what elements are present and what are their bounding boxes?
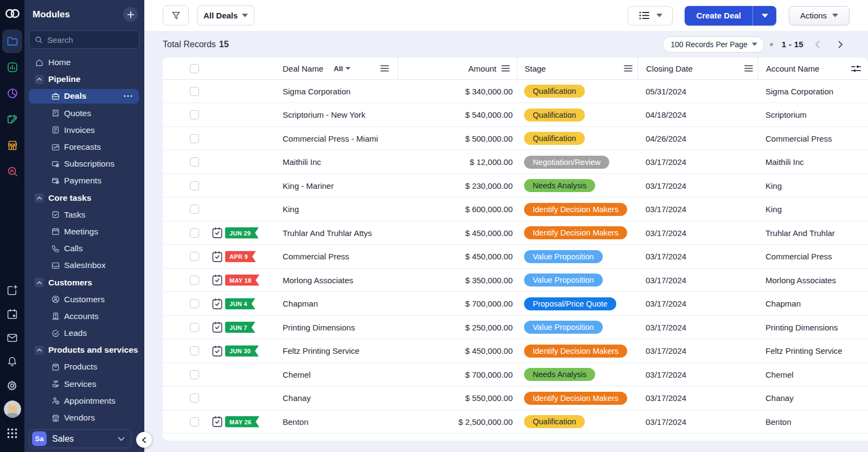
row-checkbox[interactable] (190, 370, 199, 379)
records-per-page-select[interactable]: 100 Records Per Page (662, 36, 764, 53)
table-row[interactable]: King - Mariner$ 230,000.00Needs Analysis… (163, 174, 868, 198)
task-icon[interactable] (212, 227, 223, 239)
next-page-button[interactable] (833, 37, 847, 52)
add-module-button[interactable] (123, 7, 138, 22)
create-deal-button[interactable]: Create Deal (685, 6, 752, 26)
sidebar-item-leads[interactable]: Leads (24, 325, 144, 342)
task-icon[interactable] (212, 250, 223, 263)
activity-date-flag[interactable]: MAY 26 (225, 416, 259, 428)
activity-date-flag[interactable]: APR 9 (225, 251, 256, 262)
rail-planner[interactable] (2, 107, 22, 131)
deal-name-link[interactable]: Sigma Corporation (206, 87, 350, 96)
user-avatar[interactable] (2, 399, 22, 419)
search-input[interactable] (47, 35, 133, 44)
sidebar-item-accounts[interactable]: Accounts (24, 308, 144, 324)
stage-badge[interactable]: Identify Decision Makers (524, 392, 627, 405)
stage-badge[interactable]: Proposal/Price Quote (524, 297, 616, 310)
row-checkbox[interactable] (190, 181, 199, 190)
sidebar-item-quotes[interactable]: Quotes (24, 105, 144, 122)
table-row[interactable]: JUN 4Chapman$ 700,000.00Proposal/Price Q… (163, 292, 868, 316)
sidebar-item-payments[interactable]: Payments (24, 173, 144, 189)
table-row[interactable]: MAY 18Morlong Associates$ 350,000.00Valu… (163, 269, 868, 292)
actions-button[interactable]: Actions (789, 6, 850, 26)
collapse-group-icon[interactable] (35, 75, 44, 84)
activity-date-flag[interactable]: JUN 29 (225, 227, 259, 239)
table-row[interactable]: Commercial Press - Miami$ 500,000.00Qual… (163, 127, 868, 151)
activity-date-flag[interactable]: MAY 18 (225, 275, 259, 286)
collapse-group-icon[interactable] (35, 278, 44, 287)
previous-page-button[interactable] (810, 37, 824, 52)
deal-name-link[interactable]: Maithili Inc (206, 157, 321, 167)
row-checkbox[interactable] (190, 276, 199, 285)
sidebar-item-salesinbox[interactable]: SalesInbox (24, 257, 144, 274)
sidebar-group-core-tasks[interactable]: Core tasks (24, 189, 144, 206)
table-row[interactable]: King$ 600,000.00Identify Decision Makers… (163, 198, 868, 221)
sidebar-item-subscriptions[interactable]: Subscriptions (24, 156, 144, 173)
row-checkbox[interactable] (190, 157, 199, 167)
rail-modules[interactable] (2, 29, 22, 53)
rail-calendar[interactable] (2, 303, 22, 324)
table-row[interactable]: MAY 26Benton$ 2,500,000.00Qualification0… (163, 410, 868, 434)
row-checkbox[interactable] (190, 228, 199, 238)
sidebar-item-meetings[interactable]: Meetings (24, 223, 144, 240)
table-row[interactable]: Maithili Inc$ 12,000.00Negotiation/Revie… (163, 150, 868, 174)
stage-badge[interactable]: Qualification (524, 85, 585, 98)
closing-date-menu-icon[interactable] (744, 65, 753, 72)
rail-apps[interactable] (2, 423, 22, 443)
row-checkbox[interactable] (190, 417, 199, 426)
filter-button[interactable] (163, 5, 189, 26)
sidebar-group-pipeline[interactable]: Pipeline (24, 71, 144, 88)
sidebar-item-tasks[interactable]: Tasks (24, 206, 144, 223)
deal-name-link[interactable]: Scriptorium - New York (206, 110, 366, 119)
rail-settings[interactable] (2, 375, 22, 396)
stage-badge[interactable]: Qualification (524, 415, 585, 428)
more-options-icon[interactable] (124, 95, 132, 97)
stage-badge[interactable]: Identify Decision Makers (524, 226, 627, 239)
sidebar-item-customers[interactable]: Customers (24, 291, 144, 308)
stage-badge[interactable]: Identify Decision Makers (524, 203, 627, 216)
sidebar-collapse-button[interactable] (136, 432, 152, 448)
table-row[interactable]: JUN 29Truhlar And Truhlar Attys$ 450,000… (163, 221, 868, 245)
table-row[interactable]: Scriptorium - New York$ 540,000.00Qualif… (163, 103, 868, 127)
team-selector[interactable]: Sa Sales (29, 429, 131, 448)
sidebar-group-customers[interactable]: Customers (24, 274, 144, 291)
sidebar-item-deals[interactable]: Deals (24, 88, 144, 105)
table-row[interactable]: JUN 30Feltz Printing Service$ 450,000.00… (163, 339, 868, 363)
deal-name-menu-icon[interactable] (380, 65, 389, 72)
stage-badge[interactable]: Value Proposition (524, 321, 603, 334)
sidebar-item-products[interactable]: Products (24, 359, 144, 375)
deal-name-filter[interactable]: All (334, 65, 350, 73)
task-icon[interactable] (212, 416, 223, 428)
view-selector[interactable]: All Deals (197, 5, 254, 26)
sidebar-item-appointments[interactable]: Appointments (24, 392, 144, 409)
table-row[interactable]: Chanay$ 550,000.00Identify Decision Make… (163, 386, 868, 410)
stage-badge[interactable]: Qualification (524, 132, 585, 145)
stage-badge[interactable]: Identify Decision Makers (524, 345, 627, 358)
sidebar-item-forecasts[interactable]: Forecasts (24, 138, 144, 155)
app-logo[interactable] (0, 0, 24, 27)
row-checkbox[interactable] (190, 110, 199, 119)
column-header-closing-date[interactable]: Closing Date (638, 64, 693, 73)
column-header-account-name[interactable]: Account Name (758, 64, 819, 73)
row-checkbox[interactable] (190, 134, 199, 143)
stage-badge[interactable]: Needs Analysis (524, 368, 595, 381)
stage-menu-icon[interactable] (624, 65, 633, 72)
deal-name-link[interactable]: Chanay (206, 393, 311, 403)
rail-explore[interactable] (2, 160, 22, 183)
create-deal-caret[interactable] (752, 6, 776, 26)
task-icon[interactable] (212, 321, 223, 334)
sidebar-item-calls[interactable]: Calls (24, 240, 144, 257)
task-icon[interactable] (212, 274, 223, 287)
activity-date-flag[interactable]: JUN 7 (225, 322, 256, 333)
column-header-deal-name[interactable]: Deal Name (206, 64, 323, 73)
column-header-amount[interactable]: Amount (468, 64, 496, 73)
row-checkbox[interactable] (190, 323, 199, 332)
select-all-checkbox[interactable] (190, 64, 199, 73)
deal-name-link[interactable]: King - Mariner (206, 181, 334, 190)
row-checkbox[interactable] (190, 393, 199, 403)
collapse-group-icon[interactable] (35, 193, 44, 202)
table-row[interactable]: JUN 7Printing Dimensions$ 250,000.00Valu… (163, 316, 868, 340)
list-view-toggle[interactable] (628, 6, 673, 26)
deal-name-link[interactable]: King (206, 205, 299, 214)
deal-name-link[interactable]: Chemel (206, 370, 311, 379)
